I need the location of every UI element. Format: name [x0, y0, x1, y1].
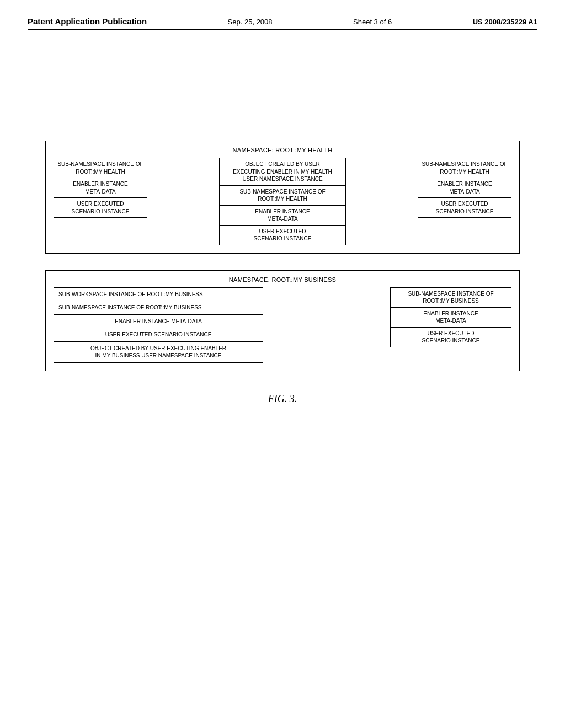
figure-label: FIG. 3.	[268, 393, 297, 405]
page-header: Patent Application Publication Sep. 25, …	[28, 17, 537, 30]
business-left-sub-namespace: SUB-NAMESPACE INSTANCE OF ROOT::MY BUSIN…	[54, 301, 263, 314]
health-center-user-executed: USER EXECUTEDSCENARIO INSTANCE	[219, 225, 346, 245]
patent-number: US 2008/235229 A1	[473, 18, 537, 26]
health-center-enabler-instance: ENABLER INSTANCEMETA-DATA	[219, 205, 346, 225]
health-left-column: SUB-NAMESPACE INSTANCE OFROOT::MY HEALTH…	[54, 158, 147, 218]
health-right-column: SUB-NAMESPACE INSTANCE OFROOT::MY HEALTH…	[418, 158, 511, 218]
publication-label: Patent Application Publication	[28, 17, 147, 26]
health-namespace-diagram: NAMESPACE: ROOT::MY HEALTH SUB-NAMESPACE…	[45, 141, 520, 254]
health-center-object-created: OBJECT CREATED BY USEREXECUTING ENABLER …	[219, 158, 346, 185]
sheet-info: Sheet 3 of 6	[353, 18, 392, 26]
business-left-object-created: OBJECT CREATED BY USER EXECUTING ENABLER…	[54, 341, 263, 363]
health-right-user-executed: USER EXECUTEDSCENARIO INSTANCE	[418, 197, 511, 218]
business-right-sub-namespace: SUB-NAMESPACE INSTANCE OFROOT::MY BUSINE…	[390, 287, 511, 307]
business-diagram-title: NAMESPACE: ROOT::MY BUSINESS	[54, 276, 511, 283]
publication-date: Sep. 25, 2008	[228, 18, 273, 26]
health-right-sub-namespace: SUB-NAMESPACE INSTANCE OFROOT::MY HEALTH	[418, 158, 511, 178]
health-diagram-title: NAMESPACE: ROOT::MY HEALTH	[54, 147, 511, 153]
health-right-enabler-instance: ENABLER INSTANCEMETA-DATA	[418, 178, 511, 197]
health-left-user-executed: USER EXECUTEDSCENARIO INSTANCE	[54, 197, 147, 218]
main-content: NAMESPACE: ROOT::MY HEALTH SUB-NAMESPACE…	[28, 141, 537, 405]
page: Patent Application Publication Sep. 25, …	[0, 0, 565, 728]
business-left-user-executed: USER EXECUTED SCENARIO INSTANCE	[54, 328, 263, 341]
business-namespace-diagram: NAMESPACE: ROOT::MY BUSINESS SUB-WORKSPA…	[45, 270, 520, 371]
health-left-sub-namespace: SUB-NAMESPACE INSTANCE OFROOT::MY HEALTH	[54, 158, 147, 178]
health-diagram-body: SUB-NAMESPACE INSTANCE OFROOT::MY HEALTH…	[54, 158, 511, 245]
health-left-enabler-instance: ENABLER INSTANCEMETA-DATA	[54, 178, 147, 197]
business-diagram-body: SUB-WORKSPACE INSTANCE OF ROOT::MY BUSIN…	[54, 287, 511, 363]
business-left-workspace: SUB-WORKSPACE INSTANCE OF ROOT::MY BUSIN…	[54, 287, 263, 301]
health-center-sub-namespace: SUB-NAMESPACE INSTANCE OFROOT::MY HEALTH	[219, 185, 346, 205]
business-left-column: SUB-WORKSPACE INSTANCE OF ROOT::MY BUSIN…	[54, 287, 263, 363]
business-right-enabler-instance: ENABLER INSTANCEMETA-DATA	[390, 307, 511, 327]
business-right-column: SUB-NAMESPACE INSTANCE OFROOT::MY BUSINE…	[390, 287, 511, 347]
health-center-column: OBJECT CREATED BY USEREXECUTING ENABLER …	[219, 158, 346, 245]
business-right-user-executed: USER EXECUTEDSCENARIO INSTANCE	[390, 327, 511, 347]
business-left-enabler-instance: ENABLER INSTANCE META-DATA	[54, 314, 263, 328]
